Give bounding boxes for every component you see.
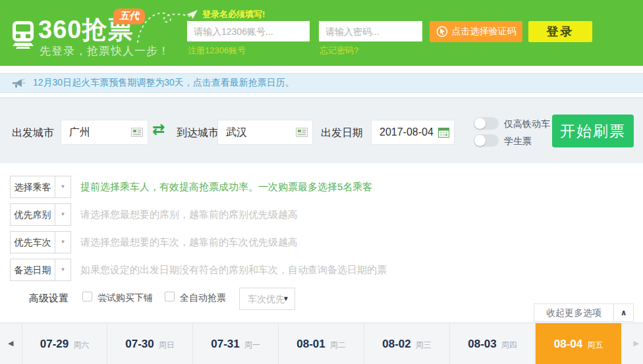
notice-link[interactable]: 12月30日起火车票预售期调整为30天，点击查看最新抢票日历。 (33, 77, 294, 89)
advanced-settings-label: 高级设置 (29, 292, 69, 305)
tab-day: 周五 (587, 340, 603, 351)
depart-date-field (371, 120, 455, 145)
select-value: 车次优先 (248, 294, 285, 305)
calendar-icon[interactable] (438, 128, 449, 138)
notice-bar: 12月30日起火车票预售期调整为30天，点击查看最新抢票日历。 (0, 73, 643, 93)
train-logo-icon (11, 20, 36, 49)
to-city-field (217, 120, 313, 145)
seat-priority-hint: 请选择您最想要的席别，越靠前的席别优先级越高 (80, 209, 298, 221)
seat-priority-dropdown[interactable]: 优先席别 ▼ (10, 203, 71, 226)
login-alert: 登录名必须填写! (186, 9, 265, 20)
passenger-row: 选择乘客 ▼ 提前选择乘车人，有效提高抢票成功率。一次购票最多选择5名乘客 (10, 176, 372, 198)
lower-berth-checkbox[interactable] (82, 292, 92, 301)
date-tab-08-02[interactable]: 08-02 周三 (364, 323, 450, 364)
depart-date-label: 出发日期 (321, 126, 363, 140)
date-tab-07-31[interactable]: 07-31 周一 (193, 323, 279, 364)
full-auto-label[interactable]: 全自动抢票 (180, 292, 226, 304)
toggle-knob (474, 135, 486, 146)
search-panel: 出发城市 ⇄ 到达城市 出发日期 (0, 97, 643, 163)
account-input[interactable] (187, 21, 310, 41)
alternate-date-hint: 如果您设定的出发日期没有符合的席别和车次，自动查询备选日期的票 (80, 264, 387, 276)
cursor-circle-icon (436, 26, 448, 38)
collapse-label: 收起更多选项 (534, 304, 613, 321)
start-grab-button[interactable]: 开始刷票 (552, 115, 634, 147)
tab-date: 08-02 (382, 338, 410, 351)
register-link[interactable]: 注册12306账号 (188, 45, 246, 57)
dropdown-label: 选择乘客 (11, 176, 55, 197)
paper-plane-icon (186, 10, 198, 19)
next-dates-arrow[interactable]: ▶ (634, 339, 639, 348)
city-list-icon[interactable] (296, 128, 308, 137)
student-ticket-label: 学生票 (504, 136, 532, 147)
tab-date: 08-01 (296, 338, 325, 351)
captcha-button[interactable]: 点击选择验证码 (430, 21, 522, 42)
dropdown-label: 备选日期 (11, 259, 55, 280)
train-priority-dropdown[interactable]: 优先车次 ▼ (10, 231, 71, 253)
chevron-down-icon: ▼ (55, 204, 70, 225)
full-auto-checkbox[interactable] (165, 292, 175, 301)
collapse-options-button[interactable]: 收起更多选项 ∧ (534, 303, 634, 322)
date-tab-07-29[interactable]: 07-29 周六 (22, 323, 107, 364)
dropdown-label: 优先车次 (11, 232, 55, 253)
chevron-up-icon: ∧ (613, 304, 633, 321)
from-city-field (61, 120, 148, 145)
chevron-down-icon: ▼ (55, 176, 70, 197)
password-input[interactable] (319, 21, 422, 41)
swap-cities-icon[interactable]: ⇄ (152, 122, 165, 137)
date-bar: ◀ 07-29 周六 07-30 周日 07-31 周一 08-01 周二 08… (0, 323, 643, 364)
options-section: 选择乘客 ▼ 提前选择乘车人，有效提高抢票成功率。一次购票最多选择5名乘客 优先… (0, 163, 643, 323)
toggle-knob (474, 118, 486, 129)
date-tab-08-04-active[interactable]: 08-04 周五 (536, 323, 621, 364)
tab-day: 周四 (501, 340, 517, 351)
highspeed-only-toggle[interactable] (474, 117, 499, 130)
tab-date: 07-29 (40, 338, 69, 351)
tab-day: 周三 (416, 340, 432, 351)
login-button[interactable]: 登录 (528, 21, 592, 42)
date-tab-08-01[interactable]: 08-01 周二 (279, 323, 364, 364)
select-passenger-dropdown[interactable]: 选择乘客 ▼ (10, 176, 71, 198)
chevron-down-icon: ▼ (55, 232, 70, 253)
tab-day: 周一 (244, 340, 260, 351)
to-city-label: 到达城市 (177, 126, 219, 140)
city-list-icon[interactable] (131, 128, 143, 137)
select-arrow-icon: ▼ (283, 295, 289, 302)
tab-day: 周六 (73, 340, 89, 351)
forgot-password-link[interactable]: 忘记密码? (320, 45, 358, 57)
date-tab-08-03[interactable]: 08-03 周四 (450, 323, 536, 364)
prev-dates-arrow[interactable]: ◀ (8, 339, 13, 348)
from-city-label: 出发城市 (12, 126, 54, 140)
train-priority-row: 优先车次 ▼ 请选择您最想要的车次，越靠前的车次优先级越高 (10, 231, 298, 253)
ticket-grab-page: 360抢票 五代 先登录，抢票快人一步！ 登录名必须填写! 注册12306账号 … (0, 0, 643, 364)
brand-tagline: 先登录，抢票快人一步！ (40, 43, 170, 59)
train-priority-hint: 请选择您最想要的车次，越靠前的车次优先级越高 (80, 236, 298, 249)
highspeed-only-label: 仅高铁动车 (504, 118, 550, 130)
seat-priority-row: 优先席别 ▼ 请选择您最想要的席别，越靠前的席别优先级越高 (10, 203, 298, 226)
tab-date: 08-04 (554, 338, 582, 351)
tab-date: 07-30 (125, 338, 154, 351)
login-alert-text: 登录名必须填写! (202, 9, 265, 20)
dropdown-label: 优先席别 (11, 204, 55, 225)
tab-day: 周日 (159, 340, 175, 351)
tab-day: 周二 (330, 340, 346, 351)
header: 360抢票 五代 先登录，抢票快人一步！ 登录名必须填写! 注册12306账号 … (0, 0, 643, 66)
date-tab-07-30[interactable]: 07-30 周日 (107, 323, 193, 364)
chevron-down-icon: ▼ (55, 259, 70, 280)
alternate-date-dropdown[interactable]: 备选日期 ▼ (10, 259, 71, 281)
student-ticket-toggle[interactable] (474, 134, 499, 147)
tab-date: 07-31 (211, 338, 239, 351)
priority-mode-select[interactable]: 车次优先 ▼ (239, 288, 295, 310)
passenger-hint: 提前选择乘车人，有效提高抢票成功率。一次购票最多选择5名乘客 (80, 181, 372, 194)
alternate-date-row: 备选日期 ▼ 如果您设定的出发日期没有符合的席别和车次，自动查询备选日期的票 (10, 259, 387, 281)
lower-berth-label[interactable]: 尝试购买下铺 (98, 292, 153, 304)
captcha-button-label: 点击选择验证码 (452, 26, 517, 38)
tab-date: 08-03 (468, 338, 496, 351)
megaphone-icon (12, 78, 25, 89)
